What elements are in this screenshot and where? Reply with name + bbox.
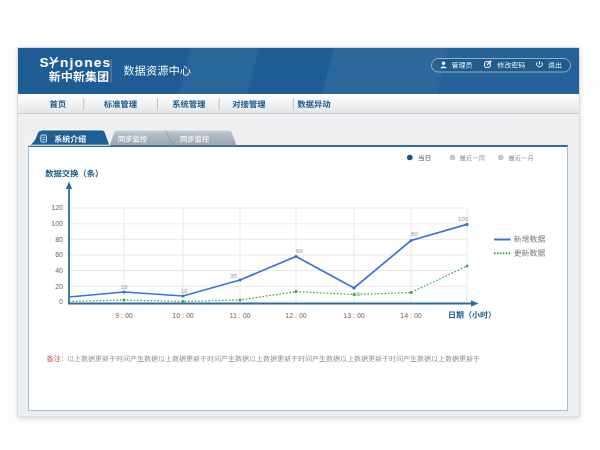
svg-text:60: 60 <box>55 251 63 258</box>
svg-text:0: 0 <box>59 298 63 305</box>
svg-text:11 : 00: 11 : 00 <box>230 312 251 319</box>
svg-text:60: 60 <box>296 247 303 254</box>
svg-text:18: 18 <box>121 283 128 290</box>
svg-text:80: 80 <box>411 230 418 237</box>
svg-text:14 : 00: 14 : 00 <box>400 312 422 319</box>
svg-text:100: 100 <box>51 220 63 227</box>
svg-text:10: 10 <box>181 287 188 294</box>
svg-text:35: 35 <box>230 272 237 279</box>
svg-text:20: 20 <box>55 283 63 290</box>
svg-text:10: 10 <box>354 290 361 297</box>
svg-text:80: 80 <box>55 236 63 243</box>
svg-text:S: S <box>40 55 49 70</box>
svg-text:njones: njones <box>60 55 111 70</box>
svg-text:12 : 00: 12 : 00 <box>285 312 307 319</box>
svg-text:13 : 00: 13 : 00 <box>343 312 365 319</box>
svg-text:9 : 00: 9 : 00 <box>115 312 133 319</box>
svg-text:10 : 00: 10 : 00 <box>172 312 194 319</box>
svg-text:100: 100 <box>458 215 469 222</box>
svg-text:40: 40 <box>55 267 63 274</box>
svg-text:120: 120 <box>51 204 63 211</box>
